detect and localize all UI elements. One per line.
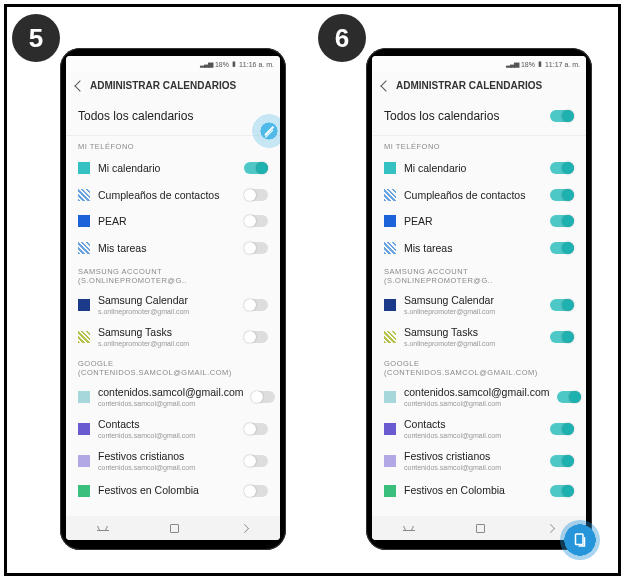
- calendar-toggle[interactable]: [244, 215, 268, 227]
- calendar-row[interactable]: Samsung Calendars.onlinepromoter@gmail.c…: [372, 289, 586, 321]
- calendar-row[interactable]: Mi calendario: [66, 155, 280, 182]
- calendar-color-swatch: [384, 331, 396, 343]
- recents-icon[interactable]: [97, 525, 109, 531]
- back-nav-icon[interactable]: [240, 524, 249, 533]
- calendar-toggle[interactable]: [244, 242, 268, 254]
- calendar-row[interactable]: Contactscontenidos.samcol@gmail.com: [66, 413, 280, 445]
- calendar-toggle[interactable]: [251, 391, 275, 403]
- calendar-label: PEAR: [404, 215, 542, 228]
- home-icon[interactable]: [170, 524, 179, 533]
- calendar-color-swatch: [78, 242, 90, 254]
- calendar-toggle[interactable]: [244, 485, 268, 497]
- calendar-toggle[interactable]: [550, 331, 574, 343]
- calendar-color-swatch: [384, 485, 396, 497]
- calendar-row[interactable]: Festivos cristianoscontenidos.samcol@gma…: [66, 445, 280, 477]
- calendar-color-swatch: [384, 299, 396, 311]
- calendar-sub: contenidos.samcol@gmail.com: [404, 464, 542, 472]
- calendar-color-swatch: [78, 299, 90, 311]
- calendar-row[interactable]: Contactscontenidos.samcol@gmail.com: [372, 413, 586, 445]
- phone-screen: ▂▃▅ 18% ▮ 11:16 a. m. ADMINISTRAR CALEND…: [66, 56, 280, 540]
- calendar-sub: contenidos.samcol@gmail.com: [404, 432, 542, 440]
- calendar-color-swatch: [78, 215, 90, 227]
- calendar-row[interactable]: PEAR: [372, 208, 586, 235]
- all-calendars-label: Todos los calendarios: [384, 109, 499, 123]
- all-calendars-toggle[interactable]: [550, 110, 574, 122]
- calendar-toggle[interactable]: [244, 162, 268, 174]
- status-bar: ▂▃▅ 18% ▮ 11:16 a. m.: [66, 56, 280, 72]
- calendar-list: MI TELÉFONOMi calendarioCumpleaños de co…: [66, 136, 280, 516]
- calendar-color-swatch: [78, 485, 90, 497]
- calendar-row[interactable]: contenidos.samcol@gmail.comcontenidos.sa…: [66, 381, 280, 413]
- calendar-toggle[interactable]: [550, 485, 574, 497]
- android-nav-bar: [66, 516, 280, 540]
- calendar-label: Samsung Calendars.onlinepromoter@gmail.c…: [98, 294, 236, 316]
- calendar-toggle[interactable]: [244, 331, 268, 343]
- calendar-label: PEAR: [98, 215, 236, 228]
- recents-icon[interactable]: [403, 525, 415, 531]
- back-icon[interactable]: [74, 80, 85, 91]
- calendar-sub: contenidos.samcol@gmail.com: [98, 464, 236, 472]
- android-nav-bar: [372, 516, 586, 540]
- calendar-label: Contactscontenidos.samcol@gmail.com: [404, 418, 542, 440]
- calendar-row[interactable]: Mis tareas: [372, 235, 586, 262]
- calendar-toggle[interactable]: [550, 242, 574, 254]
- calendar-row[interactable]: contenidos.samcol@gmail.comcontenidos.sa…: [372, 381, 586, 413]
- calendar-label: Samsung Taskss.onlinepromoter@gmail.com: [98, 326, 236, 348]
- all-calendars-row[interactable]: Todos los calendarios: [372, 99, 586, 136]
- home-icon[interactable]: [476, 524, 485, 533]
- calendar-row[interactable]: Festivos en Colombia: [372, 477, 586, 504]
- calendar-row[interactable]: Mis tareas: [66, 235, 280, 262]
- calendar-toggle[interactable]: [550, 455, 574, 467]
- step-badge-6: 6: [318, 14, 366, 62]
- calendar-color-swatch: [384, 215, 396, 227]
- calendar-row[interactable]: Festivos cristianoscontenidos.samcol@gma…: [372, 445, 586, 477]
- calendar-row[interactable]: PEAR: [66, 208, 280, 235]
- calendar-label: Cumpleaños de contactos: [404, 189, 542, 202]
- phone-mock-5: ▂▃▅ 18% ▮ 11:16 a. m. ADMINISTRAR CALEND…: [60, 48, 286, 550]
- calendar-row[interactable]: Samsung Taskss.onlinepromoter@gmail.com: [372, 321, 586, 353]
- calendar-toggle[interactable]: [550, 423, 574, 435]
- calendar-label: Mi calendario: [404, 162, 542, 175]
- calendar-color-swatch: [384, 162, 396, 174]
- calendar-color-swatch: [384, 455, 396, 467]
- calendar-toggle[interactable]: [244, 189, 268, 201]
- calendar-row[interactable]: Samsung Taskss.onlinepromoter@gmail.com: [66, 321, 280, 353]
- svg-rect-0: [576, 534, 584, 545]
- calendar-color-swatch: [384, 189, 396, 201]
- calendar-color-swatch: [384, 423, 396, 435]
- calendar-toggle[interactable]: [557, 391, 581, 403]
- calendar-row[interactable]: Mi calendario: [372, 155, 586, 182]
- battery-icon: ▮: [232, 60, 236, 68]
- header-title: ADMINISTRAR CALENDARIOS: [90, 80, 236, 91]
- calendar-toggle[interactable]: [550, 215, 574, 227]
- calendar-sub: s.onlinepromoter@gmail.com: [404, 340, 542, 348]
- calendar-color-swatch: [78, 162, 90, 174]
- calendar-toggle[interactable]: [550, 162, 574, 174]
- signal-icon: ▂▃▅: [506, 60, 518, 68]
- calendar-row[interactable]: Cumpleaños de contactos: [66, 182, 280, 209]
- calendar-toggle[interactable]: [244, 455, 268, 467]
- calendar-label: Contactscontenidos.samcol@gmail.com: [98, 418, 236, 440]
- calendar-toggle[interactable]: [244, 423, 268, 435]
- calendar-toggle[interactable]: [550, 299, 574, 311]
- section-title: MI TELÉFONO: [66, 136, 280, 155]
- app-header: ADMINISTRAR CALENDARIOS: [66, 72, 280, 99]
- calendar-row[interactable]: Festivos en Colombia: [66, 477, 280, 504]
- calendar-toggle[interactable]: [550, 189, 574, 201]
- calendar-sub: s.onlinepromoter@gmail.com: [98, 340, 236, 348]
- calendar-row[interactable]: Cumpleaños de contactos: [372, 182, 586, 209]
- all-calendars-row[interactable]: Todos los calendarios: [66, 99, 280, 136]
- section-title: GOOGLE (CONTENIDOS.SAMCOL@GMAIL.COM): [66, 353, 280, 381]
- status-time: 11:16 a. m.: [239, 61, 274, 68]
- calendar-color-swatch: [384, 391, 396, 403]
- calendar-row[interactable]: Samsung Calendars.onlinepromoter@gmail.c…: [66, 289, 280, 321]
- back-icon[interactable]: [380, 80, 391, 91]
- status-bar: ▂▃▅ 18% ▮ 11:17 a. m.: [372, 56, 586, 72]
- calendar-label: Mis tareas: [98, 242, 236, 255]
- battery-percent: 18%: [521, 61, 535, 68]
- calendar-toggle[interactable]: [244, 299, 268, 311]
- calendar-label: Festivos cristianoscontenidos.samcol@gma…: [98, 450, 236, 472]
- back-nav-icon[interactable]: [546, 524, 555, 533]
- calendar-color-swatch: [78, 423, 90, 435]
- signal-icon: ▂▃▅: [200, 60, 212, 68]
